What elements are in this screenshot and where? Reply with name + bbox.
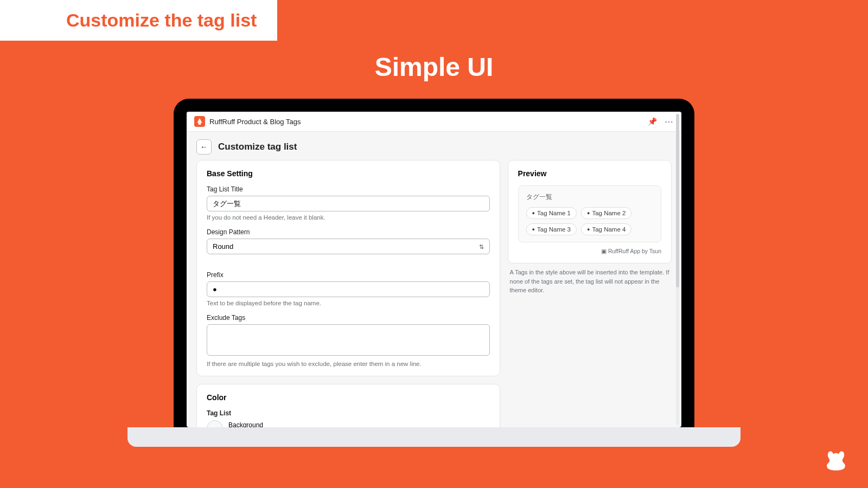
preview-tag: ●Tag Name 1 (526, 207, 577, 219)
preview-list-title: タグ一覧 (526, 192, 653, 202)
back-button[interactable]: ← (196, 139, 212, 155)
exclude-tags-textarea[interactable] (207, 324, 490, 356)
slide-hero: Simple UI (375, 52, 494, 82)
app-topbar: RuffRuff Product & Blog Tags 📌 ⋯ (187, 112, 681, 132)
preview-heading: Preview (518, 169, 661, 178)
color-sub: Tag List (207, 409, 490, 417)
preview-tag: ●Tag Name 4 (581, 223, 631, 235)
exclude-label: Exclude Tags (207, 314, 490, 322)
dog-logo-icon (821, 446, 851, 477)
prefix-label: Prefix (207, 271, 490, 279)
app-logo-icon (194, 116, 205, 127)
scrollbar-thumb[interactable] (676, 114, 679, 287)
app-screen: RuffRuff Product & Blog Tags 📌 ⋯ ← Custo… (187, 112, 681, 427)
exclude-help: If there are multiple tags you wish to e… (207, 361, 490, 367)
preview-note: A Tags in the style above will be insert… (508, 268, 672, 295)
preview-credit: ▣ RuffRuff App by Tsun (518, 248, 661, 254)
prefix-input[interactable] (207, 281, 490, 297)
laptop-base (127, 427, 741, 447)
preview-box: タグ一覧 ●Tag Name 1 ●Tag Name 2 ●Tag Name 3… (518, 185, 661, 242)
app-name: RuffRuff Product & Blog Tags (209, 118, 301, 126)
color-card: Color Tag List Background #F7F9F9 (196, 384, 500, 427)
title-help: If you do not need a Header, leave it bl… (207, 214, 490, 221)
pin-icon[interactable]: 📌 (648, 117, 657, 126)
more-menu-icon[interactable]: ⋯ (665, 117, 674, 127)
design-pattern-select[interactable]: Round ⇅ (207, 239, 490, 254)
page-title: Customize tag list (218, 142, 297, 152)
design-label: Design Pattern (207, 228, 490, 236)
base-settings-card: Base Setting Tag List Title If you do no… (196, 160, 500, 376)
swatch-icon (207, 420, 223, 427)
preview-tag: ●Tag Name 3 (526, 223, 577, 235)
tag-list-title-input[interactable] (207, 196, 490, 211)
laptop-frame: RuffRuff Product & Blog Tags 📌 ⋯ ← Custo… (174, 99, 694, 427)
preview-tag: ●Tag Name 2 (581, 207, 631, 219)
prefix-help: Text to be displayed before the tag name… (207, 300, 490, 306)
title-label: Tag List Title (207, 185, 490, 193)
chevron-updown-icon: ⇅ (479, 243, 484, 250)
design-value: Round (213, 242, 233, 251)
base-heading: Base Setting (207, 169, 490, 178)
preview-card: Preview タグ一覧 ●Tag Name 1 ●Tag Name 2 ●Ta… (508, 160, 672, 264)
color-bg-name: Background (228, 421, 263, 427)
color-heading: Color (207, 393, 490, 402)
color-row-background[interactable]: Background #F7F9F9 (207, 420, 490, 427)
slide-banner: Customize the tag list (0, 0, 277, 41)
